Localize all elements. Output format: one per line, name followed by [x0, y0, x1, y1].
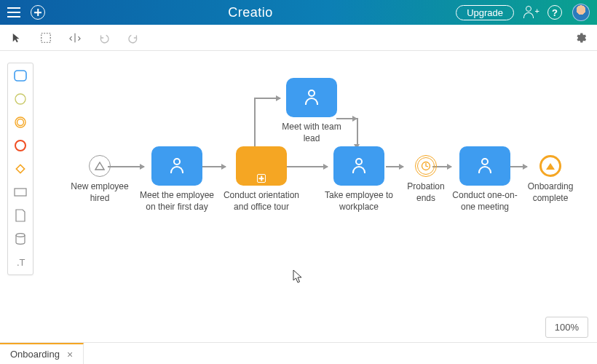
flow-line — [357, 118, 358, 147]
user-task-take-to-workplace[interactable] — [333, 146, 384, 186]
node-label: Probation ends — [400, 181, 451, 204]
selection-tool[interactable] — [39, 31, 52, 44]
pointer-tool[interactable] — [10, 31, 23, 44]
flow-line — [254, 98, 256, 147]
menu-icon[interactable] — [7, 7, 20, 17]
user-task-one-on-one[interactable] — [459, 146, 510, 186]
close-icon[interactable]: × — [67, 349, 73, 360]
node-label: New employee hired — [67, 181, 133, 204]
node-label: Take employee to workplace — [319, 190, 399, 213]
node-label: Onboarding complete — [520, 181, 581, 204]
avatar[interactable] — [572, 4, 590, 21]
start-event[interactable] — [89, 155, 111, 177]
timer-event[interactable] — [415, 155, 437, 177]
node-label: Meet with team lead — [275, 122, 348, 144]
pan-tool[interactable] — [68, 31, 82, 44]
app-logo: Creatio — [228, 5, 273, 20]
upgrade-button[interactable]: Upgrade — [456, 5, 514, 20]
process-canvas[interactable]: New employee hired Meet the employee on … — [0, 51, 597, 342]
node-label: Meet the employee on their first day — [137, 190, 217, 213]
end-event[interactable] — [539, 155, 561, 177]
add-icon[interactable] — [31, 5, 45, 20]
svg-rect-0 — [41, 33, 50, 41]
settings-icon[interactable] — [574, 31, 587, 44]
subprocess-marker-icon — [257, 174, 266, 183]
node-label: Conduct one-on-one meeting — [447, 190, 523, 213]
tab-label: Onboarding — [10, 349, 60, 360]
tab-bar: Onboarding × — [0, 342, 597, 364]
user-task-meet-employee[interactable] — [151, 146, 202, 186]
redo-button[interactable] — [127, 31, 140, 44]
tab-onboarding[interactable]: Onboarding × — [0, 343, 84, 364]
user-task-meet-team-lead[interactable] — [286, 78, 337, 117]
undo-button[interactable] — [98, 31, 111, 44]
node-label: Conduct orientation and office tour — [221, 190, 301, 213]
subprocess-orientation[interactable] — [236, 146, 287, 186]
zoom-level[interactable]: 100% — [545, 317, 588, 338]
add-user-icon[interactable]: + — [524, 6, 537, 19]
help-icon[interactable]: ? — [547, 5, 562, 20]
cursor-icon — [293, 269, 303, 284]
